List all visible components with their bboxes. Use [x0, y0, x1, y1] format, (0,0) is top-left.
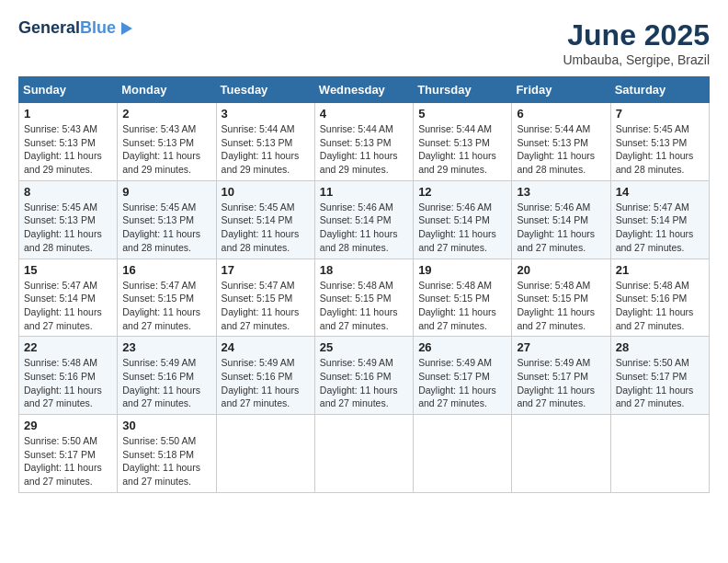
table-row: 18Sunrise: 5:48 AMSunset: 5:15 PMDayligh…	[314, 259, 413, 337]
calendar-week-row: 15Sunrise: 5:47 AMSunset: 5:14 PMDayligh…	[19, 259, 710, 337]
day-number: 29	[24, 419, 112, 432]
month-title: June 2025	[563, 18, 710, 52]
day-info: Sunrise: 5:48 AMSunset: 5:15 PMDaylight:…	[517, 279, 605, 333]
table-row: 15Sunrise: 5:47 AMSunset: 5:14 PMDayligh…	[19, 259, 118, 337]
svg-marker-0	[121, 22, 132, 35]
calendar-week-row: 22Sunrise: 5:48 AMSunset: 5:16 PMDayligh…	[19, 337, 710, 415]
table-row: 21Sunrise: 5:48 AMSunset: 5:16 PMDayligh…	[610, 259, 709, 337]
day-info: Sunrise: 5:47 AMSunset: 5:15 PMDaylight:…	[122, 279, 210, 333]
table-row: 20Sunrise: 5:48 AMSunset: 5:15 PMDayligh…	[512, 259, 610, 337]
day-info: Sunrise: 5:43 AMSunset: 5:13 PMDaylight:…	[24, 122, 112, 177]
table-row: 23Sunrise: 5:49 AMSunset: 5:16 PMDayligh…	[118, 337, 216, 415]
table-row: 3Sunrise: 5:44 AMSunset: 5:13 PMDaylight…	[216, 103, 314, 181]
day-info: Sunrise: 5:43 AMSunset: 5:13 PMDaylight:…	[122, 122, 210, 177]
day-number: 2	[122, 107, 210, 121]
col-sunday: Sunday	[19, 77, 118, 103]
day-number: 9	[122, 185, 210, 199]
table-row: 9Sunrise: 5:45 AMSunset: 5:13 PMDaylight…	[118, 180, 216, 259]
location-subtitle: Umbauba, Sergipe, Brazil	[563, 52, 710, 67]
day-number: 6	[517, 107, 605, 121]
logo: GeneralBlue	[18, 18, 134, 39]
day-number: 12	[418, 185, 506, 199]
day-info: Sunrise: 5:44 AMSunset: 5:13 PMDaylight:…	[517, 122, 605, 177]
table-row: 10Sunrise: 5:45 AMSunset: 5:14 PMDayligh…	[216, 180, 314, 259]
table-row: 26Sunrise: 5:49 AMSunset: 5:17 PMDayligh…	[414, 337, 512, 415]
day-info: Sunrise: 5:46 AMSunset: 5:14 PMDaylight:…	[517, 201, 605, 255]
table-row: 17Sunrise: 5:47 AMSunset: 5:15 PMDayligh…	[216, 259, 314, 337]
day-number: 18	[320, 263, 408, 277]
day-number: 16	[122, 263, 210, 277]
day-info: Sunrise: 5:46 AMSunset: 5:14 PMDaylight:…	[418, 201, 506, 255]
day-info: Sunrise: 5:50 AMSunset: 5:17 PMDaylight:…	[616, 356, 704, 410]
day-number: 4	[320, 107, 408, 121]
table-row: 22Sunrise: 5:48 AMSunset: 5:16 PMDayligh…	[19, 337, 118, 415]
table-row: 12Sunrise: 5:46 AMSunset: 5:14 PMDayligh…	[414, 180, 512, 259]
calendar-week-row: 29Sunrise: 5:50 AMSunset: 5:17 PMDayligh…	[19, 415, 710, 493]
table-row	[610, 415, 709, 493]
day-number: 20	[517, 263, 605, 277]
day-info: Sunrise: 5:48 AMSunset: 5:16 PMDaylight:…	[24, 356, 112, 410]
calendar-table: Sunday Monday Tuesday Wednesday Thursday…	[18, 76, 710, 493]
col-thursday: Thursday	[414, 77, 512, 103]
col-monday: Monday	[118, 77, 216, 103]
day-info: Sunrise: 5:48 AMSunset: 5:16 PMDaylight:…	[616, 279, 704, 333]
day-info: Sunrise: 5:47 AMSunset: 5:14 PMDaylight:…	[24, 279, 112, 333]
day-number: 21	[616, 263, 704, 277]
day-number: 28	[616, 340, 704, 354]
table-row	[314, 415, 413, 493]
col-tuesday: Tuesday	[216, 77, 314, 103]
day-number: 22	[24, 340, 112, 354]
table-row: 1Sunrise: 5:43 AMSunset: 5:13 PMDaylight…	[19, 103, 118, 181]
calendar-week-row: 8Sunrise: 5:45 AMSunset: 5:13 PMDaylight…	[19, 180, 710, 259]
col-friday: Friday	[512, 77, 610, 103]
day-number: 24	[222, 340, 310, 354]
day-info: Sunrise: 5:45 AMSunset: 5:13 PMDaylight:…	[24, 201, 112, 255]
day-info: Sunrise: 5:50 AMSunset: 5:17 PMDaylight:…	[24, 434, 112, 488]
day-number: 23	[122, 340, 210, 354]
day-info: Sunrise: 5:47 AMSunset: 5:14 PMDaylight:…	[616, 201, 704, 255]
day-number: 27	[517, 340, 605, 354]
day-info: Sunrise: 5:45 AMSunset: 5:13 PMDaylight:…	[616, 122, 704, 177]
calendar-week-row: 1Sunrise: 5:43 AMSunset: 5:13 PMDaylight…	[19, 103, 710, 181]
day-number: 13	[517, 185, 605, 199]
table-row	[216, 415, 314, 493]
table-row: 14Sunrise: 5:47 AMSunset: 5:14 PMDayligh…	[610, 180, 709, 259]
day-number: 8	[24, 185, 112, 199]
day-number: 19	[418, 263, 506, 277]
table-row: 5Sunrise: 5:44 AMSunset: 5:13 PMDaylight…	[414, 103, 512, 181]
day-number: 26	[418, 340, 506, 354]
day-number: 1	[24, 107, 112, 121]
day-info: Sunrise: 5:46 AMSunset: 5:14 PMDaylight:…	[320, 201, 408, 255]
table-row: 2Sunrise: 5:43 AMSunset: 5:13 PMDaylight…	[118, 103, 216, 181]
day-number: 5	[418, 107, 506, 121]
table-row: 29Sunrise: 5:50 AMSunset: 5:17 PMDayligh…	[19, 415, 118, 493]
table-row: 28Sunrise: 5:50 AMSunset: 5:17 PMDayligh…	[610, 337, 709, 415]
day-number: 15	[24, 263, 112, 277]
table-row	[414, 415, 512, 493]
day-info: Sunrise: 5:45 AMSunset: 5:13 PMDaylight:…	[122, 201, 210, 255]
title-block: June 2025 Umbauba, Sergipe, Brazil	[563, 18, 710, 67]
day-info: Sunrise: 5:48 AMSunset: 5:15 PMDaylight:…	[418, 279, 506, 333]
calendar-header-row: Sunday Monday Tuesday Wednesday Thursday…	[19, 77, 710, 103]
day-number: 11	[320, 185, 408, 199]
table-row: 27Sunrise: 5:49 AMSunset: 5:17 PMDayligh…	[512, 337, 610, 415]
day-info: Sunrise: 5:49 AMSunset: 5:16 PMDaylight:…	[222, 356, 310, 410]
page-header: GeneralBlue June 2025 Umbauba, Sergipe, …	[18, 18, 710, 67]
col-wednesday: Wednesday	[314, 77, 413, 103]
table-row: 4Sunrise: 5:44 AMSunset: 5:13 PMDaylight…	[314, 103, 413, 181]
day-info: Sunrise: 5:49 AMSunset: 5:17 PMDaylight:…	[418, 356, 506, 410]
logo-text: GeneralBlue	[18, 18, 116, 39]
day-info: Sunrise: 5:48 AMSunset: 5:15 PMDaylight:…	[320, 279, 408, 333]
day-info: Sunrise: 5:49 AMSunset: 5:16 PMDaylight:…	[122, 356, 210, 410]
table-row: 11Sunrise: 5:46 AMSunset: 5:14 PMDayligh…	[314, 180, 413, 259]
day-info: Sunrise: 5:50 AMSunset: 5:18 PMDaylight:…	[122, 434, 210, 488]
day-number: 10	[222, 185, 310, 199]
table-row	[512, 415, 610, 493]
day-info: Sunrise: 5:44 AMSunset: 5:13 PMDaylight:…	[418, 122, 506, 177]
table-row: 7Sunrise: 5:45 AMSunset: 5:13 PMDaylight…	[610, 103, 709, 181]
day-number: 7	[616, 107, 704, 121]
day-info: Sunrise: 5:44 AMSunset: 5:13 PMDaylight:…	[320, 122, 408, 177]
day-info: Sunrise: 5:45 AMSunset: 5:14 PMDaylight:…	[222, 201, 310, 255]
table-row: 13Sunrise: 5:46 AMSunset: 5:14 PMDayligh…	[512, 180, 610, 259]
logo-icon	[118, 20, 134, 37]
